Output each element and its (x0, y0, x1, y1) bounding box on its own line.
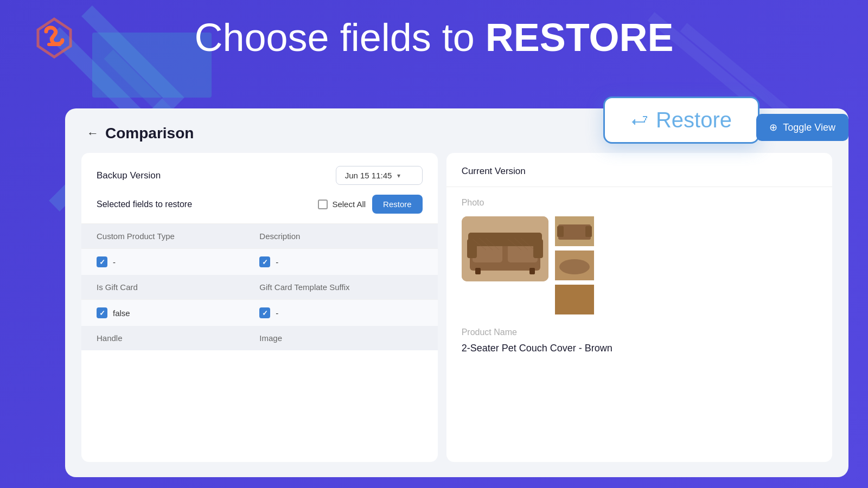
left-panel: Backup Version Jun 15 11:45 ▾ Selected f… (81, 153, 438, 462)
comparison-table: Custom Product Type Description - - (81, 224, 438, 462)
product-name-label: Product Name (462, 328, 817, 337)
col-header-description: Description (259, 232, 422, 241)
svg-rect-6 (468, 233, 542, 246)
restore-button-small[interactable]: Restore (372, 195, 423, 214)
photo-label: Photo (462, 198, 817, 208)
restore-button-label: Restore (656, 108, 732, 132)
table-cell-2-1: false (97, 307, 259, 318)
svg-rect-9 (475, 268, 481, 274)
logo (33, 16, 76, 60)
selected-fields-row: Selected fields to restore Select All Re… (97, 195, 423, 214)
table-cell-2-2: - (259, 307, 422, 318)
toggle-view-label: Toggle View (783, 122, 835, 133)
cell-value-row1-col2: - (276, 258, 278, 267)
col-header-custom-product-type: Custom Product Type (97, 232, 259, 241)
svg-rect-10 (529, 268, 535, 274)
svg-rect-19 (557, 226, 564, 237)
table-row: - - (81, 248, 438, 275)
chevron-down-icon: ▾ (397, 172, 400, 179)
product-thumbnail-2 (555, 251, 594, 280)
right-panel: Current Version Photo (446, 153, 832, 462)
product-thumbnail-1 (555, 216, 594, 246)
svg-rect-8 (533, 239, 543, 258)
right-panel-header: Current Version (446, 153, 832, 187)
photo-grid (462, 216, 817, 314)
svg-rect-7 (467, 239, 477, 258)
svg-rect-23 (555, 285, 594, 314)
table-header-row-1: Custom Product Type Description (81, 224, 438, 248)
product-name-value: 2-Seater Pet Couch Cover - Brown (462, 343, 817, 354)
restore-button-large[interactable]: ⮐ Restore (603, 97, 760, 144)
table-header-row-2: Is Gift Card Gift Card Template Suffix (81, 275, 438, 299)
select-all-checkbox[interactable] (318, 200, 328, 209)
checkbox-row1-col2[interactable] (259, 256, 270, 267)
table-cell-1-1: - (97, 256, 259, 267)
svg-point-22 (559, 259, 590, 274)
col-header-image: Image (259, 333, 422, 343)
cell-value-row1-col1: - (113, 258, 116, 267)
cell-value-row2-col1: false (113, 309, 130, 318)
version-select-dropdown[interactable]: Jun 15 11:45 ▾ (336, 166, 423, 185)
restore-icon: ⮐ (631, 110, 648, 130)
selected-fields-label: Selected fields to restore (97, 200, 192, 209)
back-button[interactable]: ← (87, 126, 99, 140)
table-cell-1-2: - (259, 256, 422, 267)
backup-version-label: Backup Version (97, 170, 161, 181)
table-header-row-3: Handle Image (81, 326, 438, 350)
main-card: ← Comparison Backup Version Jun 15 11:45… (65, 108, 848, 477)
col-header-handle: Handle (97, 333, 259, 343)
product-thumbnail-3 (555, 285, 594, 314)
select-all-group: Select All Restore (318, 195, 422, 214)
select-all-label: Select All (332, 200, 366, 209)
card-body: Backup Version Jun 15 11:45 ▾ Selected f… (65, 153, 848, 473)
cell-value-row2-col2: - (276, 309, 278, 318)
product-main-photo (462, 216, 548, 281)
svg-rect-20 (585, 226, 592, 237)
left-panel-header: Backup Version Jun 15 11:45 ▾ Selected f… (81, 153, 438, 224)
version-select-value: Jun 15 11:45 (345, 171, 392, 180)
col-header-gift-card-template: Gift Card Template Suffix (259, 282, 422, 292)
header: Choose fields to RESTORE (0, 0, 868, 60)
checkbox-row1-col1[interactable] (97, 256, 107, 267)
backup-version-row: Backup Version Jun 15 11:45 ▾ (97, 166, 423, 185)
checkbox-row2-col1[interactable] (97, 307, 107, 318)
comparison-title: Comparison (105, 125, 194, 142)
col-header-is-gift-card: Is Gift Card (97, 282, 259, 292)
select-all-checkbox-wrapper[interactable]: Select All (318, 200, 366, 209)
header-title-bold: RESTORE (486, 16, 674, 59)
current-version-label: Current Version (462, 166, 526, 176)
toggle-icon: ⊕ (769, 121, 777, 133)
checkbox-row2-col2[interactable] (259, 307, 270, 318)
header-title-regular: Choose fields to (194, 16, 485, 59)
right-panel-body: Photo (446, 187, 832, 462)
toggle-view-button[interactable]: ⊕ Toggle View (756, 114, 848, 141)
page-title: Choose fields to RESTORE (76, 16, 835, 59)
table-row-2: false - (81, 299, 438, 326)
